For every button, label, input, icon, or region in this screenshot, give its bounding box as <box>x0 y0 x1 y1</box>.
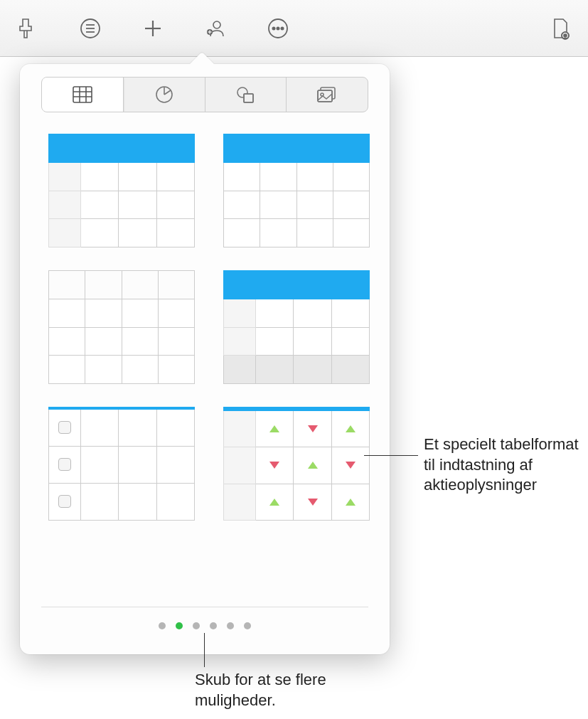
svg-point-13 <box>281 27 283 29</box>
svg-point-11 <box>272 27 274 29</box>
page-dot[interactable] <box>210 622 217 629</box>
collaborate-icon[interactable] <box>202 15 229 42</box>
svg-point-12 <box>277 27 279 29</box>
svg-point-16 <box>564 34 567 37</box>
table-style-checklist[interactable] <box>48 407 195 521</box>
more-icon[interactable] <box>264 15 292 42</box>
list-icon[interactable] <box>77 15 104 42</box>
callout-leader-line <box>364 455 418 456</box>
document-icon[interactable] <box>547 15 574 42</box>
callout-stock-label: Et specielt tabelformat til indtastning … <box>424 435 580 496</box>
shapes-tab[interactable] <box>205 78 287 112</box>
callout-leader-line <box>204 633 205 667</box>
page-dot[interactable] <box>159 622 166 629</box>
table-style-header-leftcol[interactable] <box>48 134 195 247</box>
table-style-stock[interactable] <box>223 407 370 521</box>
page-dot-active[interactable] <box>176 622 183 629</box>
charts-tab[interactable] <box>124 78 205 112</box>
table-style-header-plain[interactable] <box>223 134 370 247</box>
page-indicator[interactable] <box>20 622 390 629</box>
main-toolbar <box>0 0 588 57</box>
insert-category-tabs <box>41 77 368 112</box>
insert-popover <box>20 64 390 654</box>
callout-swipe-label: Skub for at se flere muligheder. <box>195 670 380 710</box>
tables-tab[interactable] <box>42 78 124 112</box>
page-dot[interactable] <box>244 622 251 629</box>
format-brush-icon[interactable] <box>14 15 41 42</box>
svg-rect-24 <box>244 94 253 102</box>
page-dot[interactable] <box>193 622 200 629</box>
page-dot[interactable] <box>227 622 234 629</box>
media-tab[interactable] <box>287 78 368 112</box>
table-style-plain[interactable] <box>48 270 195 384</box>
svg-point-6 <box>213 21 220 28</box>
svg-rect-17 <box>73 87 92 102</box>
table-style-header-footer[interactable] <box>223 270 370 384</box>
plus-icon[interactable] <box>139 15 166 42</box>
table-styles-grid <box>41 134 368 521</box>
